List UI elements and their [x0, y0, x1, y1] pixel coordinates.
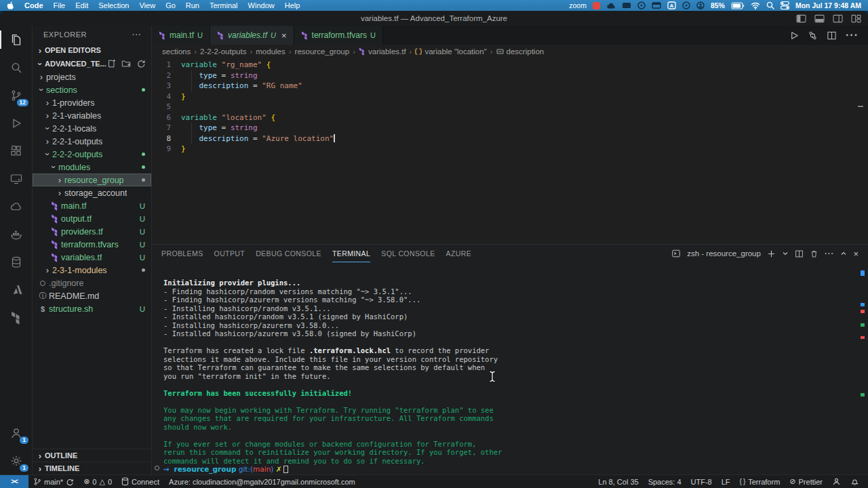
- breadcrumb-item[interactable]: variable "location": [415, 47, 486, 56]
- docker-activity-icon[interactable]: [0, 220, 32, 248]
- menu-file[interactable]: File: [54, 1, 66, 9]
- terraform-activity-icon[interactable]: [0, 304, 32, 331]
- tree-item-storage-account[interactable]: ›storage_account: [33, 186, 151, 199]
- terminal-dropdown-icon[interactable]: [782, 250, 789, 257]
- close-panel-icon[interactable]: ×: [853, 249, 859, 259]
- window-menu-icon[interactable]: [652, 2, 661, 9]
- run-debug-activity-icon[interactable]: [0, 109, 32, 137]
- code-line-1[interactable]: 1variable "rg_name" {: [152, 60, 868, 70]
- screen-record-icon[interactable]: [593, 2, 600, 9]
- tree-item-2-1-variables[interactable]: ›2-1-variables: [33, 109, 151, 122]
- menu-edit[interactable]: Edit: [75, 1, 88, 9]
- tree-item-1-providers[interactable]: ›1-providers: [33, 96, 151, 109]
- maximize-panel-icon[interactable]: [840, 250, 847, 257]
- tree-item-readme-md[interactable]: ⓘREADME.md: [33, 289, 151, 302]
- run-file-icon[interactable]: [789, 30, 799, 41]
- tree-item-terraform-tfvars[interactable]: terraform.tfvarsU: [33, 238, 151, 251]
- refresh-icon[interactable]: [136, 59, 146, 68]
- git-branch-item[interactable]: main*: [28, 475, 79, 488]
- code-line-9[interactable]: 9}: [152, 144, 868, 155]
- cursor-position-item[interactable]: Ln 8, Col 35: [593, 478, 643, 486]
- remote-indicator[interactable]: ><: [0, 475, 28, 488]
- close-tab-icon[interactable]: ×: [281, 30, 287, 41]
- tree-item-variables-tf[interactable]: variables.tfU: [33, 251, 151, 264]
- play-menu-icon[interactable]: [682, 1, 690, 9]
- new-folder-icon[interactable]: [121, 59, 131, 68]
- panel-more-icon[interactable]: ···: [825, 249, 835, 258]
- open-editors-section[interactable]: ›OPEN EDITORS: [33, 43, 151, 57]
- tree-item-2-2-1-outputs[interactable]: ›2-2-1-outputs: [33, 135, 151, 148]
- code-line-4[interactable]: 4}: [152, 92, 868, 102]
- apple-icon[interactable]: [7, 1, 14, 10]
- cloud-menu-icon[interactable]: [606, 2, 616, 9]
- breadcrumb-item[interactable]: sections: [162, 47, 191, 56]
- search-activity-icon[interactable]: [0, 54, 32, 81]
- code-line-3[interactable]: 3 description = "RG name": [152, 81, 868, 92]
- timeline-section[interactable]: ›TIMELINE: [33, 462, 151, 474]
- tree-item-resource-group[interactable]: ›resource_group: [33, 174, 151, 186]
- panel-tab-debug-console[interactable]: DEBUG CONSOLE: [256, 245, 321, 262]
- control-center-icon[interactable]: [781, 1, 789, 9]
- accounts-activity-icon[interactable]: 1: [0, 419, 32, 447]
- database-activity-icon[interactable]: [0, 248, 32, 276]
- azure-account-item[interactable]: Azure: cloudinaction@mgatv2017gmail.onmi…: [164, 475, 360, 488]
- panel-tab-problems[interactable]: PROBLEMS: [161, 245, 203, 262]
- menu-run[interactable]: Run: [186, 1, 199, 9]
- encoding-item[interactable]: UTF-8: [686, 478, 717, 486]
- menu-window[interactable]: Window: [248, 1, 275, 9]
- panel-tab-azure[interactable]: AZURE: [446, 245, 472, 262]
- breadcrumb-item[interactable]: 2-2-2-outputs: [200, 47, 246, 56]
- prettier-item[interactable]: ⊘Prettier: [785, 477, 827, 486]
- split-terminal-icon[interactable]: [795, 249, 804, 258]
- code-line-8[interactable]: 8 description = "Azure location": [152, 134, 868, 144]
- tab-terraform-tfvars[interactable]: terraform.tfvarsU: [294, 26, 383, 45]
- code-line-2[interactable]: 2 type = string: [152, 70, 868, 81]
- breadcrumb-item[interactable]: description: [496, 47, 545, 56]
- language-mode-item[interactable]: { }Terraform: [735, 478, 785, 486]
- tree-item-2-2-2-outputs[interactable]: ›2-2-2-outputs: [33, 148, 151, 161]
- code-editor[interactable]: 1variable "rg_name" {2 type = string3 de…: [152, 58, 868, 244]
- notifications-bell-icon[interactable]: [846, 477, 864, 486]
- extensions-activity-icon[interactable]: [0, 137, 32, 165]
- tree-item-providers-tf[interactable]: providers.tfU: [33, 225, 151, 238]
- customize-layout-icon[interactable]: [851, 14, 861, 23]
- menu-help[interactable]: Help: [285, 1, 300, 9]
- tab-main-tf[interactable]: main.tfU: [152, 26, 210, 45]
- toggle-secondary-sidebar-icon[interactable]: [833, 14, 843, 23]
- tree-item-2-2-1-locals[interactable]: ›2-2-1-locals: [33, 122, 151, 135]
- zoom-menu-item[interactable]: zoom: [569, 1, 587, 9]
- tree-item--gitignore[interactable]: .gitignore: [33, 277, 151, 289]
- tab-variables-tf[interactable]: variables.tfU×: [210, 26, 294, 45]
- remote-explorer-activity-icon[interactable]: [0, 165, 32, 192]
- tree-item-2-3-1-modules[interactable]: ›2-3-1-modules: [33, 264, 151, 277]
- explorer-activity-icon[interactable]: [0, 26, 32, 54]
- new-file-icon[interactable]: [106, 59, 116, 68]
- indentation-item[interactable]: Spaces: 4: [644, 478, 686, 486]
- code-line-5[interactable]: 5: [152, 102, 868, 113]
- problems-item[interactable]: ⊗0 △0: [79, 475, 117, 488]
- wifi-icon[interactable]: [751, 2, 760, 9]
- menu-view[interactable]: View: [139, 1, 155, 9]
- outline-section[interactable]: ›OUTLINE: [33, 449, 151, 462]
- open-changes-icon[interactable]: [808, 30, 818, 41]
- code-line-7[interactable]: 7 type = string: [152, 123, 868, 134]
- source-control-activity-icon[interactable]: 12: [0, 81, 32, 109]
- tree-item-structure-sh[interactable]: $structure.shU: [33, 302, 151, 315]
- breadcrumb-item[interactable]: variables.tf: [359, 47, 406, 56]
- split-editor-icon[interactable]: [827, 30, 837, 41]
- input-source-icon[interactable]: A: [667, 1, 676, 9]
- spotlight-icon[interactable]: [766, 1, 774, 9]
- panel-tab-sql-console[interactable]: SQL CONSOLE: [381, 245, 435, 262]
- toggle-panel-icon[interactable]: [814, 14, 825, 23]
- panel-tab-output[interactable]: OUTPUT: [214, 245, 245, 262]
- breadcrumb-item[interactable]: modules: [256, 47, 285, 56]
- tree-item-main-tf[interactable]: main.tfU: [33, 199, 151, 212]
- azure-cloud-activity-icon[interactable]: [0, 192, 32, 220]
- disc-menu-icon[interactable]: [637, 1, 646, 9]
- tree-item-sections[interactable]: ›sections: [33, 83, 151, 96]
- terminal-session-label[interactable]: zsh - resource_group: [687, 249, 761, 258]
- eol-item[interactable]: LF: [717, 478, 735, 486]
- menu-terminal[interactable]: Terminal: [210, 1, 238, 9]
- panel-tab-terminal[interactable]: TERMINAL: [332, 245, 370, 262]
- tree-item-output-tf[interactable]: output.tfU: [33, 212, 151, 225]
